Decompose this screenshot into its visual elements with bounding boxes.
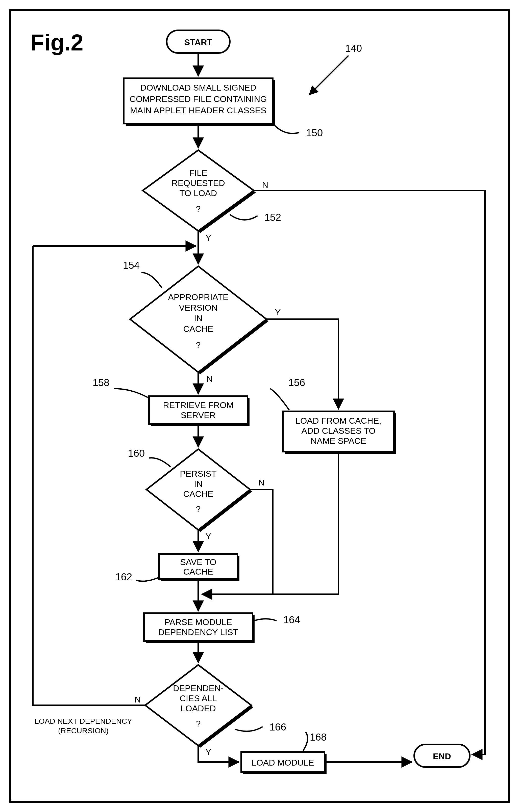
svg-text:SERVER: SERVER: [181, 410, 216, 420]
svg-text:END: END: [433, 751, 451, 761]
retrieve-process: RETRIEVE FROM SERVER: [149, 396, 249, 426]
svg-text:START: START: [184, 37, 212, 47]
svg-text:160: 160: [128, 447, 145, 459]
edge-n-4: N: [135, 695, 141, 704]
ref-168: 168: [303, 731, 327, 751]
svg-text:VERSION: VERSION: [179, 303, 217, 312]
svg-line-9: [309, 56, 349, 95]
svg-text:?: ?: [196, 340, 201, 350]
save-process: SAVE TO CACHE: [159, 554, 240, 581]
ref-162: 162: [115, 571, 158, 582]
recursion-label-1: LOAD NEXT DEPENDENCY: [35, 717, 132, 725]
edge-y-2: Y: [275, 307, 281, 317]
svg-text:150: 150: [306, 127, 323, 138]
svg-text:COMPRESSED FILE CONTAINING: COMPRESSED FILE CONTAINING: [130, 94, 267, 104]
svg-text:SAVE TO: SAVE TO: [180, 557, 216, 567]
edge-n-1: N: [262, 180, 269, 190]
ref-152: 152: [230, 212, 281, 223]
edge-n-2: N: [207, 374, 213, 384]
end-terminal: END: [414, 744, 470, 767]
svg-text:164: 164: [283, 614, 300, 625]
svg-text:156: 156: [289, 377, 305, 388]
svg-text:168: 168: [310, 731, 327, 743]
ref-140: 140: [309, 42, 362, 95]
ref-160: 160: [128, 447, 170, 467]
edge-y-1: Y: [206, 233, 211, 242]
recursion-label-2: (RECURSION): [58, 726, 109, 735]
svg-text:APPROPRIATE: APPROPRIATE: [168, 292, 228, 302]
svg-text:LOAD FROM CACHE,: LOAD FROM CACHE,: [296, 416, 381, 426]
svg-text:LOAD MODULE: LOAD MODULE: [251, 758, 314, 767]
svg-text:PARSE MODULE: PARSE MODULE: [164, 617, 232, 627]
edge-n-3: N: [258, 478, 265, 487]
svg-text:158: 158: [93, 377, 110, 388]
svg-text:CIES ALL: CIES ALL: [180, 693, 217, 703]
download-process: DOWNLOAD SMALL SIGNED COMPRESSED FILE CO…: [124, 78, 275, 126]
svg-text:162: 162: [115, 571, 132, 582]
svg-rect-0: [10, 10, 509, 802]
parse-process: PARSE MODULE DEPENDENCY LIST: [144, 613, 254, 643]
svg-text:MAIN APPLET HEADER CLASSES: MAIN APPLET HEADER CLASSES: [130, 106, 267, 115]
svg-text:IN: IN: [194, 313, 202, 323]
svg-text:CACHE: CACHE: [183, 489, 213, 499]
svg-text:PERSIST: PERSIST: [180, 469, 216, 478]
svg-text:FILE: FILE: [189, 168, 207, 178]
svg-text:TO LOAD: TO LOAD: [180, 188, 217, 198]
svg-text:IN: IN: [194, 479, 202, 489]
file-requested-decision: FILE REQUESTED TO LOAD ?: [143, 150, 256, 233]
svg-text:166: 166: [270, 721, 286, 732]
edge-y-3: Y: [206, 531, 211, 541]
svg-text:ADD CLASSES TO: ADD CLASSES TO: [301, 426, 376, 436]
ref-154: 154: [123, 260, 162, 288]
svg-text:140: 140: [345, 42, 362, 54]
ref-156: 156: [270, 377, 305, 410]
edge-y-4: Y: [206, 747, 211, 757]
version-decision: APPROPRIATE VERSION IN CACHE ?: [130, 266, 269, 374]
svg-text:NAME SPACE: NAME SPACE: [311, 436, 366, 445]
svg-text:?: ?: [196, 204, 201, 213]
svg-text:REQUESTED: REQUESTED: [171, 178, 225, 188]
svg-text:LOADED: LOADED: [181, 703, 216, 713]
load-from-cache-process: LOAD FROM CACHE, ADD CLASSES TO NAME SPA…: [283, 411, 396, 454]
svg-text:?: ?: [196, 504, 201, 514]
svg-text:CACHE: CACHE: [183, 567, 213, 576]
figure-label: Fig.2: [30, 30, 83, 55]
start-terminal: START: [167, 30, 230, 53]
ref-158: 158: [93, 377, 148, 398]
svg-text:DOWNLOAD SMALL SIGNED: DOWNLOAD SMALL SIGNED: [140, 83, 256, 92]
svg-text:DEPENDENCY LIST: DEPENDENCY LIST: [158, 627, 239, 637]
deps-decision: DEPENDEN- CIES ALL LOADED ?: [145, 665, 253, 748]
ref-164: 164: [254, 614, 300, 625]
ref-150: 150: [274, 125, 323, 138]
ref-166: 166: [235, 721, 286, 732]
svg-text:154: 154: [123, 260, 140, 271]
load-module-process: LOAD MODULE: [241, 752, 327, 774]
svg-text:152: 152: [265, 212, 281, 223]
svg-text:CACHE: CACHE: [183, 324, 213, 334]
svg-text:?: ?: [196, 719, 201, 728]
svg-text:DEPENDEN-: DEPENDEN-: [173, 683, 223, 693]
svg-text:RETRIEVE FROM: RETRIEVE FROM: [163, 400, 234, 410]
